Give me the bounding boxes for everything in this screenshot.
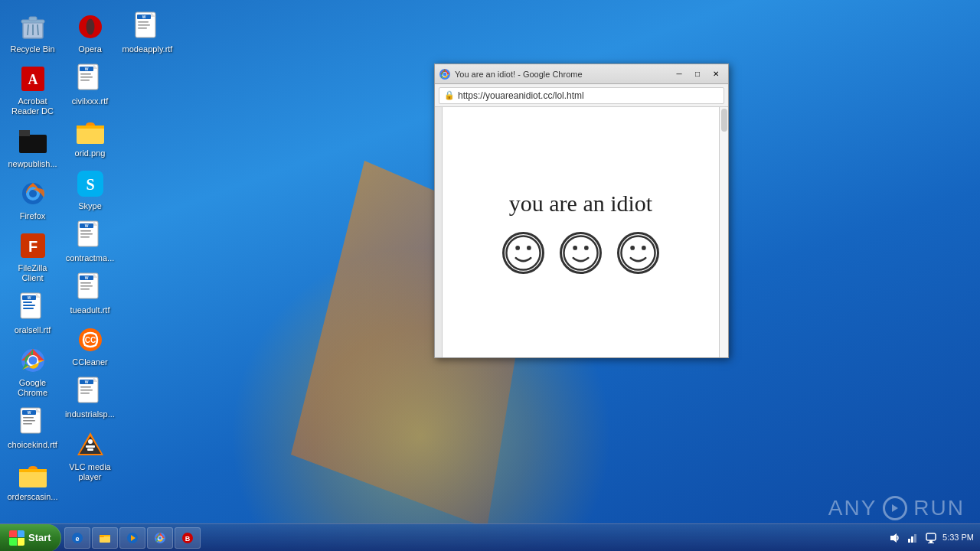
svg-rect-72 (86, 445, 95, 448)
page-main-text: you are an idiot (509, 191, 652, 217)
taskbar-bitdefender[interactable]: B (175, 527, 201, 549)
taskbar-media[interactable] (119, 527, 145, 549)
svg-rect-111 (926, 533, 936, 540)
anyrun-watermark: ANY RUN (828, 496, 965, 520)
smiley-face-2 (560, 232, 602, 274)
tray-speaker-icon[interactable] (887, 531, 901, 545)
svg-point-24 (28, 356, 37, 364)
svg-rect-51 (80, 233, 93, 235)
svg-rect-9 (19, 130, 30, 136)
desktop-icon-acrobat[interactable]: A Acrobat Reader DC (4, 60, 61, 120)
svg-point-85 (506, 236, 540, 269)
svg-rect-29 (23, 417, 34, 419)
desktop-icon-skype[interactable]: S Skype (61, 165, 119, 215)
svg-point-87 (527, 246, 531, 250)
svg-point-104 (158, 536, 161, 539)
svg-rect-110 (914, 534, 916, 543)
svg-text:B: B (185, 535, 190, 543)
svg-point-86 (515, 246, 520, 250)
svg-text:W: W (84, 380, 88, 384)
smiley-face-3 (617, 232, 659, 274)
chrome-left-scroll (435, 107, 443, 357)
ie-icon: e (71, 532, 83, 544)
desktop-icon-civilxxx[interactable]: W civilxxx.rtf (61, 60, 119, 110)
filezilla-label: FileZilla Client (6, 263, 59, 283)
svg-rect-109 (911, 536, 913, 543)
tueadult-icon: W (75, 272, 106, 303)
desktop-icon-ccleaner[interactable]: CC CCleaner (61, 321, 119, 371)
svg-rect-19 (23, 308, 34, 309)
civilxxx-icon: W (75, 64, 106, 94)
desktop-icon-oralsell[interactable]: W oralsell.rtf (4, 289, 61, 339)
chrome-window: You are an idiot! - Google Chrome ─ □ ✕ … (434, 64, 729, 358)
svg-rect-18 (23, 305, 35, 306)
taskbar-chrome-icon (154, 532, 166, 544)
chrome-minimize-button[interactable]: ─ (671, 67, 688, 81)
svg-rect-52 (80, 236, 90, 238)
svg-point-12 (29, 190, 37, 197)
industrialsp-icon: W (75, 377, 106, 407)
newpublish-label: newpublish... (8, 159, 57, 169)
chrome-maximize-button[interactable]: □ (689, 67, 706, 81)
recycle-bin-icon (18, 11, 48, 42)
svg-text:W: W (84, 276, 88, 280)
desktop-icon-filezilla[interactable]: F FileZilla Client (4, 227, 61, 287)
taskbar-explorer[interactable] (92, 527, 118, 549)
newpublish-icon (18, 126, 48, 157)
smiley-face-1 (502, 232, 544, 274)
media-player-icon (126, 532, 139, 544)
desktop-icon-google-chrome[interactable]: Google Chrome (4, 341, 61, 402)
chrome-content-area: you are an idiot (435, 107, 728, 357)
tray-network-icon[interactable] (906, 531, 920, 545)
desktop-icon-orid[interactable]: orid.png (61, 112, 119, 162)
desktop-icon-orderscasin[interactable]: orderscasin... (4, 455, 61, 506)
chrome-address-bar[interactable]: 🔒 https://youareanidiot.cc/lol.html (439, 87, 724, 104)
svg-rect-41 (80, 77, 93, 78)
svg-point-93 (642, 246, 646, 250)
recycle-bin-label: Recycle Bin (10, 44, 54, 54)
taskbar-chrome[interactable] (147, 527, 173, 549)
explorer-icon (99, 532, 111, 544)
taskbar: Start e (0, 523, 980, 551)
tray-action-center-icon[interactable] (924, 531, 938, 545)
skype-label: Skype (78, 201, 102, 211)
https-lock-icon: 🔒 (444, 90, 455, 100)
svg-rect-30 (23, 420, 35, 422)
svg-text:W: W (27, 410, 31, 415)
desktop-icon-tueadult[interactable]: W tueadult.rtf (61, 269, 119, 319)
desktop-icon-choicekind[interactable]: W choicekind.rtf (4, 403, 61, 454)
desktop-icon-opera[interactable]: Opera (61, 8, 119, 58)
taskbar-tray: 5:33 PM (881, 531, 980, 545)
svg-rect-79 (138, 21, 149, 23)
desktop-icon-firefox[interactable]: Firefox (4, 174, 61, 225)
desktop-icon-vlc[interactable]: VLC media player (61, 425, 119, 486)
svg-rect-42 (80, 80, 90, 81)
desktop-icon-recycle-bin[interactable]: Recycle Bin (4, 8, 61, 58)
opera-label: Opera (78, 44, 102, 54)
svg-point-74 (88, 439, 93, 444)
oralsell-icon: W (18, 292, 48, 323)
desktop-icon-modeapply[interactable]: W modeapply.rtf (119, 8, 176, 58)
desktop-icon-industrialsp[interactable]: W industrialsp... (61, 373, 119, 423)
desktop-icon-contractma[interactable]: W contractma... (61, 217, 119, 267)
chrome-close-button[interactable]: ✕ (707, 67, 724, 81)
google-chrome-label: Google Chrome (6, 378, 59, 398)
tueadult-label: tueadult.rtf (70, 305, 110, 315)
desktop-icon-newpublish[interactable]: newpublish... (4, 122, 61, 173)
start-button[interactable]: Start (0, 524, 61, 552)
google-chrome-icon (18, 345, 48, 376)
system-clock[interactable]: 5:33 PM (942, 532, 974, 543)
chrome-window-title: You are an idiot! - Google Chrome (455, 70, 667, 79)
orid-icon (75, 116, 106, 146)
svg-rect-69 (80, 393, 90, 394)
vlc-label: VLC media player (64, 462, 116, 482)
chrome-right-scroll[interactable] (719, 107, 728, 357)
svg-rect-31 (23, 423, 32, 425)
acrobat-icon: A (18, 64, 48, 94)
taskbar-ie[interactable]: e (64, 527, 90, 549)
svg-rect-67 (80, 386, 91, 388)
svg-text:e: e (75, 535, 79, 543)
svg-rect-32 (19, 469, 47, 472)
svg-rect-68 (80, 390, 93, 391)
svg-text:W: W (27, 295, 31, 300)
